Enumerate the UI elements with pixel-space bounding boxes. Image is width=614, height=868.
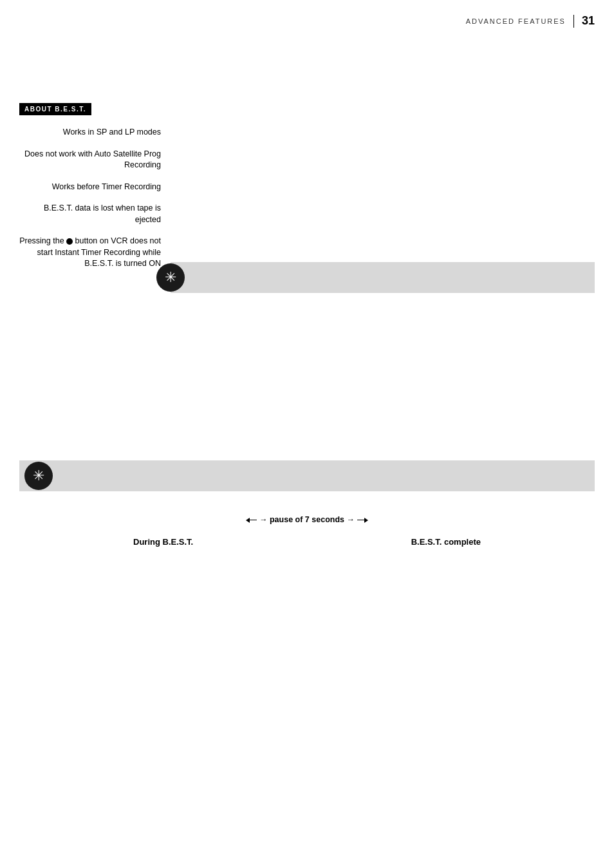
record-button-icon [66,238,73,245]
page-number: 31 [582,14,595,28]
star-band-2: ✳ [19,460,595,491]
arrow-left-icon [247,520,257,520]
feature-list: Works in SP and LP modes Does not work w… [19,127,161,270]
list-item-2: Does not work with Auto Satellite Prog R… [19,149,161,171]
during-label: During B.E.S.T. [133,537,193,547]
vcr-labels: During B.E.S.T. B.E.S.T. complete [120,537,494,547]
list-item-4: B.E.S.T. data is lost when tape is eject… [19,203,161,225]
pause-arrow-row: → pause of 7 seconds → [247,515,367,524]
about-title: ABOUT B.E.S.T. [19,103,91,115]
complete-label: B.E.S.T. complete [411,537,481,547]
list-item-1: Works in SP and LP modes [19,127,161,138]
arrow-right-icon [357,520,367,520]
header-divider [573,15,574,28]
about-section: ABOUT B.E.S.T. Works in SP and LP modes … [19,103,161,280]
page-header: ADVANCED FEATURES 31 [466,14,595,28]
list-item-3: Works before Timer Recording [19,182,161,193]
star-band-1: ✳ [171,262,595,293]
section-title: ADVANCED FEATURES [466,17,566,25]
star-icon-2: ✳ [24,462,53,490]
pause-label: → pause of 7 seconds → [259,515,355,524]
pause-diagram: → pause of 7 seconds → During B.E.S.T. B… [0,515,614,547]
list-item-5: Pressing the button on VCR does not star… [19,236,161,270]
star-icon-1: ✳ [156,263,185,292]
